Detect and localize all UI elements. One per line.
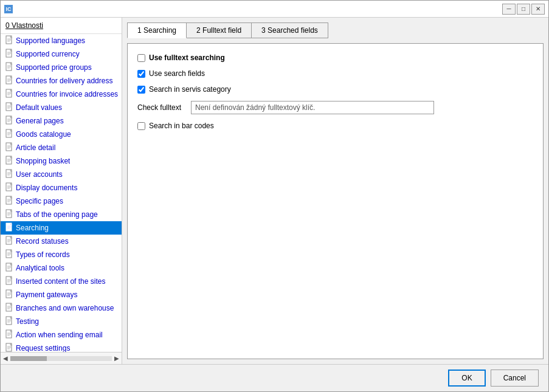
ok-button[interactable]: OK (448, 370, 485, 387)
document-icon (5, 89, 13, 100)
sidebar-item-label: Testing (16, 317, 39, 326)
use-fulltext-label[interactable]: Use fulltext searching (149, 53, 225, 62)
sidebar-item-searching[interactable]: Searching (1, 221, 122, 235)
main-window: IC ─ □ ✕ 0 Vlastnosti Supported language… (0, 0, 549, 392)
sidebar-item-user-accounts[interactable]: User accounts (1, 168, 122, 181)
sidebar-item-label: Request settings (16, 344, 70, 352)
sidebar-item-label: Countries for delivery address (16, 77, 112, 85)
sidebar-item-goods-catalogue[interactable]: Goods catalogue (1, 128, 122, 141)
check-fulltext-row: Check fulltext (137, 101, 533, 114)
check-fulltext-input[interactable] (191, 101, 434, 114)
sidebar-item-specific-pages[interactable]: Specific pages (1, 194, 122, 208)
sidebar-item-display-documents[interactable]: Display documents (1, 181, 122, 194)
sidebar-item-label: Shopping basket (16, 157, 70, 165)
tab-2-fulltext[interactable]: 2 Fulltext field (186, 22, 252, 38)
search-in-barcodes-label[interactable]: Search in bar codes (149, 122, 214, 130)
sidebar-item-supported-currency[interactable]: Supported currency (1, 47, 122, 61)
document-icon (5, 75, 13, 86)
sidebar-item-label: Types of records (16, 250, 70, 259)
title-bar-left: IC (4, 5, 15, 13)
sidebar-item-action-sending-email[interactable]: Action when sending email (1, 328, 122, 342)
sidebar-item-label: User accounts (16, 170, 63, 179)
document-icon (5, 182, 13, 193)
search-in-barcodes-checkbox[interactable] (137, 122, 145, 130)
sidebar-item-supported-languages[interactable]: Supported languages (1, 34, 122, 47)
content-area: 1 Searching2 Fulltext field3 Searched fi… (122, 18, 548, 364)
sidebar-item-countries-delivery[interactable]: Countries for delivery address (1, 74, 122, 88)
sidebar-item-countries-invoice[interactable]: Countries for invoice addresses (1, 88, 122, 101)
scroll-right-arrow[interactable]: ▶ (114, 355, 119, 362)
sidebar-item-label: Article detail (16, 143, 55, 152)
sidebar-item-article-detail[interactable]: Article detail (1, 141, 122, 154)
search-in-servis-checkbox[interactable] (137, 86, 145, 94)
window-controls: ─ □ ✕ (502, 4, 545, 15)
sidebar-item-analytical-tools[interactable]: Analytical tools (1, 261, 122, 275)
document-icon (5, 129, 13, 140)
use-search-fields-checkbox[interactable] (137, 70, 145, 78)
sidebar-list: Supported languages Supported currency S… (1, 34, 122, 352)
footer: OK Cancel (1, 364, 548, 391)
sidebar-item-label: Specific pages (16, 197, 63, 205)
minimize-button[interactable]: ─ (502, 4, 516, 15)
document-icon (5, 115, 13, 126)
use-fulltext-checkbox[interactable] (137, 54, 145, 62)
sidebar: 0 Vlastnosti Supported languages Support… (1, 18, 122, 364)
document-icon (5, 276, 13, 287)
document-icon (5, 209, 13, 220)
sidebar-bottom: ◀ ▶ (1, 352, 122, 364)
use-search-fields-row: Use search fields (137, 69, 533, 78)
document-icon (5, 156, 13, 167)
sidebar-item-label: Countries for invoice addresses (16, 90, 118, 98)
main-area: 0 Vlastnosti Supported languages Support… (1, 18, 548, 364)
sidebar-item-label: Display documents (16, 184, 77, 192)
document-icon (5, 35, 13, 46)
sidebar-item-testing[interactable]: Testing (1, 315, 122, 328)
sidebar-item-tabs-opening-page[interactable]: Tabs of the opening page (1, 208, 122, 221)
sidebar-item-label: Goods catalogue (16, 130, 71, 139)
document-icon (5, 196, 13, 207)
sidebar-item-default-values[interactable]: Default values (1, 101, 122, 114)
sidebar-item-shopping-basket[interactable]: Shopping basket (1, 154, 122, 168)
sidebar-item-record-statuses[interactable]: Record statuses (1, 235, 122, 248)
sidebar-item-label: General pages (16, 117, 64, 125)
sidebar-scrollbar-track[interactable] (10, 356, 112, 361)
sidebar-item-label: Supported currency (16, 50, 80, 58)
tabs-bar: 1 Searching2 Fulltext field3 Searched fi… (127, 22, 544, 38)
document-icon (5, 249, 13, 260)
check-fulltext-label: Check fulltext (137, 103, 186, 112)
sidebar-item-payment-gateways[interactable]: Payment gateways (1, 288, 122, 301)
sidebar-item-label: Record statuses (16, 237, 69, 246)
sidebar-item-label: Analytical tools (16, 264, 64, 272)
sidebar-item-label: Payment gateways (16, 291, 77, 299)
sidebar-item-label: Supported price groups (16, 63, 92, 72)
use-fulltext-row: Use fulltext searching (137, 53, 533, 62)
document-icon (5, 142, 13, 153)
cancel-button[interactable]: Cancel (491, 370, 539, 387)
title-bar: IC ─ □ ✕ (1, 1, 548, 18)
sidebar-item-label: Searching (16, 224, 49, 232)
sidebar-item-inserted-content[interactable]: Inserted content of the sites (1, 275, 122, 288)
use-search-fields-label[interactable]: Use search fields (149, 69, 205, 78)
document-icon (5, 169, 13, 180)
sidebar-item-general-pages[interactable]: General pages (1, 114, 122, 128)
document-icon (5, 343, 13, 352)
maximize-button[interactable]: □ (517, 4, 530, 15)
document-icon (5, 329, 13, 340)
tab-1-searching[interactable]: 1 Searching (127, 22, 187, 38)
scroll-left-arrow[interactable]: ◀ (3, 355, 8, 362)
document-icon (5, 303, 13, 314)
sidebar-item-types-of-records[interactable]: Types of records (1, 248, 122, 261)
tab-3-searched[interactable]: 3 Searched fields (251, 22, 328, 38)
search-in-barcodes-row: Search in bar codes (137, 122, 533, 130)
document-icon (5, 62, 13, 73)
sidebar-item-label: Default values (16, 103, 62, 112)
sidebar-header[interactable]: 0 Vlastnosti (1, 18, 122, 34)
sidebar-item-supported-price-groups[interactable]: Supported price groups (1, 61, 122, 74)
app-icon: IC (4, 5, 13, 13)
search-in-servis-label[interactable]: Search in servis category (149, 85, 231, 94)
close-button[interactable]: ✕ (531, 4, 545, 15)
sidebar-scrollbar-thumb (10, 356, 47, 361)
sidebar-item-branches-warehouse[interactable]: Branches and own warehouse (1, 301, 122, 315)
document-icon (5, 316, 13, 327)
sidebar-item-request-settings[interactable]: Request settings (1, 342, 122, 352)
